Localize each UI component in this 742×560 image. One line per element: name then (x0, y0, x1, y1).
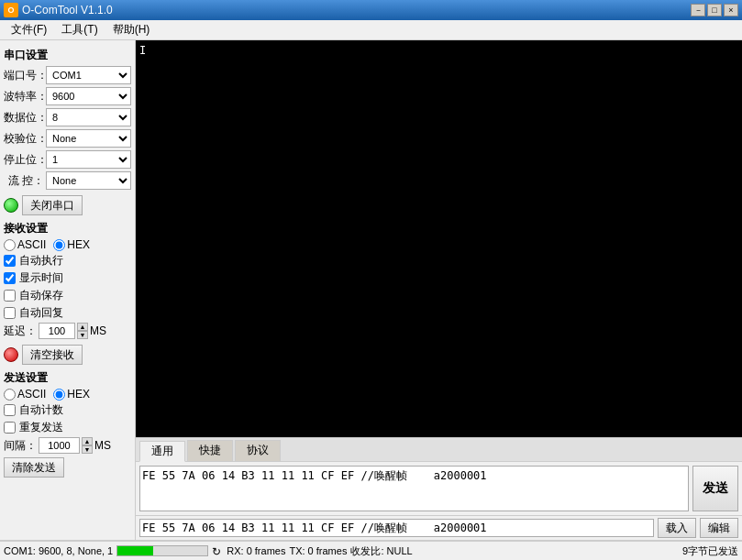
clear-receive-row: 清空接收 (4, 345, 131, 365)
send-ascii-radio[interactable] (4, 389, 16, 401)
auto-count-checkbox[interactable] (4, 404, 16, 416)
baud-row: 波特率： 9600 (4, 87, 131, 105)
port-row: 端口号： COM1 (4, 66, 131, 84)
flow-select[interactable]: None (46, 171, 131, 190)
auto-exec-label: 自动执行 (19, 253, 63, 269)
bottom-send-input[interactable] (139, 519, 654, 537)
clear-send-button[interactable]: 清除发送 (4, 457, 64, 478)
edit-button[interactable]: 编辑 (700, 518, 738, 538)
auto-reply-checkbox[interactable] (4, 307, 16, 319)
databits-select[interactable]: 8 (46, 108, 131, 126)
receive-hex-radio[interactable] (53, 239, 65, 251)
progress-fill (117, 546, 153, 555)
flow-label: 流 控： (4, 173, 44, 189)
auto-save-row: 自动保存 (4, 288, 131, 303)
load-button[interactable]: 载入 (658, 518, 696, 538)
ratio-status: 收发比: NULL (350, 544, 412, 558)
auto-count-row: 自动计数 (4, 402, 131, 418)
stopbits-select[interactable]: 1 (46, 150, 131, 169)
right-panel: I 通用 快捷 协议 FE 55 7A 06 14 B3 11 11 11 CF… (136, 40, 742, 540)
port-select[interactable]: COM1 (46, 66, 131, 84)
byte-info: 9字节已发送 (682, 544, 738, 558)
flow-row: 流 控： None (4, 171, 131, 190)
stopbits-label: 停止位： (4, 152, 44, 168)
interval-spinner[interactable]: ▲ ▼ (82, 437, 93, 454)
send-tabs: 通用 快捷 协议 (136, 438, 742, 462)
send-ascii-option[interactable]: ASCII (4, 388, 46, 401)
send-textarea[interactable]: FE 55 7A 06 14 B3 11 11 11 CF EF //唤醒帧 a… (139, 466, 689, 511)
send-area: 通用 快捷 协议 FE 55 7A 06 14 B3 11 11 11 CF E… (136, 437, 742, 540)
auto-reply-row: 自动回复 (4, 305, 131, 321)
send-settings-title: 发送设置 (4, 370, 131, 386)
send-content-area: FE 55 7A 06 14 B3 11 11 11 CF EF //唤醒帧 a… (136, 462, 742, 515)
close-button[interactable]: × (724, 4, 738, 16)
show-time-row: 显示时间 (4, 270, 131, 286)
cursor: I (139, 44, 146, 57)
rx-status: RX: 0 frames (227, 545, 285, 556)
connect-row: 关闭串口 (4, 195, 131, 215)
receive-hex-label: HEX (67, 238, 90, 251)
send-button[interactable]: 发送 (692, 466, 738, 511)
status-bar: COM1: 9600, 8, None, 1 ↻ RX: 0 frames TX… (0, 540, 742, 560)
repeat-send-row: 重复发送 (4, 420, 131, 435)
tab-shortcut[interactable]: 快捷 (187, 440, 233, 461)
connect-button[interactable]: 关闭串口 (22, 195, 83, 215)
delay-spinner[interactable]: ▲ ▼ (77, 323, 88, 339)
serial-settings-title: 串口设置 (4, 48, 131, 63)
receive-settings-title: 接收设置 (4, 221, 131, 236)
send-hex-label: HEX (67, 388, 90, 401)
auto-count-label: 自动计数 (19, 402, 63, 418)
baud-label: 波特率： (4, 89, 44, 104)
show-time-checkbox[interactable] (4, 272, 16, 284)
menu-tools[interactable]: 工具(T) (54, 20, 105, 39)
tab-protocol[interactable]: 协议 (235, 440, 281, 461)
clear-receive-button[interactable]: 清空接收 (22, 345, 83, 365)
menu-bar: 文件(F) 工具(T) 帮助(H) (0, 20, 742, 40)
receive-ascii-option[interactable]: ASCII (4, 238, 46, 251)
parity-row: 校验位： None (4, 129, 131, 148)
auto-exec-checkbox[interactable] (4, 255, 16, 267)
interval-up-btn[interactable]: ▲ (82, 437, 93, 445)
repeat-send-checkbox[interactable] (4, 422, 16, 434)
receive-display[interactable]: I (136, 40, 742, 437)
delay-input[interactable] (39, 323, 75, 339)
tab-general[interactable]: 通用 (139, 441, 185, 462)
port-status: COM1: 9600, 8, None, 1 (4, 545, 113, 556)
parity-label: 校验位： (4, 131, 44, 147)
databits-row: 数据位： 8 (4, 108, 131, 126)
stopbits-row: 停止位： 1 (4, 150, 131, 169)
menu-file[interactable]: 文件(F) (4, 20, 54, 39)
send-hex-radio[interactable] (53, 389, 65, 401)
receive-format-row: ASCII HEX (4, 238, 131, 251)
interval-down-btn[interactable]: ▼ (82, 445, 93, 454)
app-icon: O (4, 3, 18, 17)
main-layout: 串口设置 端口号： COM1 波特率： 9600 数据位： 8 校验位： Non… (0, 40, 742, 540)
receive-hex-option[interactable]: HEX (53, 238, 90, 251)
maximize-button[interactable]: □ (707, 4, 722, 16)
delay-down-btn[interactable]: ▼ (77, 331, 88, 339)
send-hex-option[interactable]: HEX (53, 388, 90, 401)
interval-label: 间隔： (4, 438, 37, 454)
parity-select[interactable]: None (46, 129, 131, 148)
menu-help[interactable]: 帮助(H) (105, 20, 158, 39)
auto-save-checkbox[interactable] (4, 290, 16, 302)
receive-ascii-label: ASCII (17, 238, 46, 251)
baud-select[interactable]: 9600 (46, 87, 131, 105)
left-panel: 串口设置 端口号： COM1 波特率： 9600 数据位： 8 校验位： Non… (0, 40, 136, 540)
auto-save-label: 自动保存 (19, 288, 63, 303)
receive-ascii-radio[interactable] (4, 239, 16, 251)
port-label: 端口号： (4, 68, 44, 83)
window-controls: － □ × (691, 4, 738, 16)
auto-reply-label: 自动回复 (19, 305, 63, 321)
interval-input[interactable] (39, 437, 80, 454)
send-ascii-label: ASCII (17, 388, 46, 401)
interval-row: 间隔： ▲ ▼ MS (4, 437, 131, 454)
title-bar: O O-ComTool V1.1.0 － □ × (0, 0, 742, 20)
delay-up-btn[interactable]: ▲ (77, 323, 88, 331)
refresh-icon[interactable]: ↻ (212, 545, 223, 556)
bottom-input-bar: 载入 编辑 (136, 515, 742, 540)
databits-label: 数据位： (4, 110, 44, 126)
minimize-button[interactable]: － (691, 4, 705, 16)
delay-ms-label: MS (90, 324, 106, 337)
delay-row: 延迟： ▲ ▼ MS (4, 323, 131, 339)
